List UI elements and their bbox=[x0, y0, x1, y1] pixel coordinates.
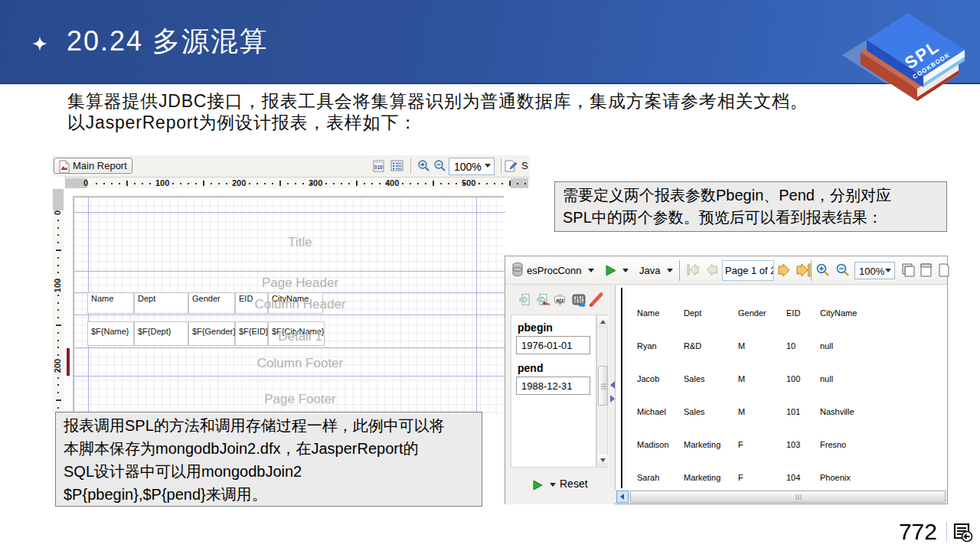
svg-text:010: 010 bbox=[374, 165, 383, 170]
svg-text:a|z: a|z bbox=[556, 297, 564, 304]
